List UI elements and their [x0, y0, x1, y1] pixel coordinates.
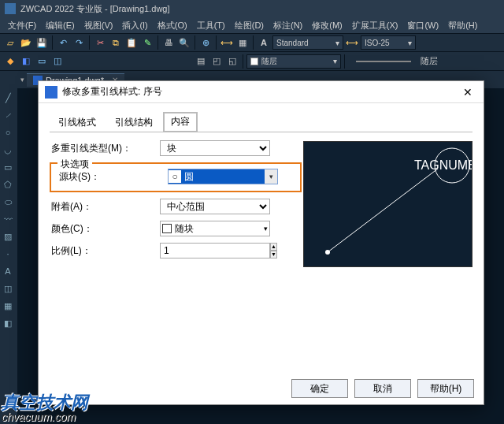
block-icon[interactable]: ◫: [0, 281, 16, 296]
rect-icon[interactable]: ▭: [0, 159, 16, 175]
new-icon[interactable]: ▱: [3, 35, 17, 50]
menu-help[interactable]: 帮助(H): [443, 20, 482, 32]
color-dropdown[interactable]: 随块 ▾: [160, 221, 270, 236]
tab-leader-format[interactable]: 引线格式: [50, 112, 105, 132]
tab-caret-icon[interactable]: ▾: [17, 76, 27, 84]
attach-dropdown[interactable]: 中心范围: [160, 199, 270, 214]
type-dropdown[interactable]: 块: [160, 140, 270, 156]
region-icon[interactable]: ◧: [0, 315, 16, 331]
menu-tools[interactable]: 工具(T): [192, 20, 230, 32]
linetype-preview: [356, 61, 411, 62]
scale-label: 比例(L)：: [50, 244, 160, 258]
block-options-group: 块选项 源块(S)： ○ 圆 ▾: [50, 162, 302, 192]
spin-down-icon[interactable]: ▼: [270, 251, 277, 258]
menu-ext[interactable]: 扩展工具(X): [347, 20, 403, 32]
layer2-icon[interactable]: ◧: [19, 54, 33, 69]
color-icon[interactable]: ▤: [194, 54, 208, 69]
dialog-icon: [45, 86, 57, 99]
color-swatch-icon: [162, 224, 172, 233]
menubar: 文件(F) 编辑(E) 视图(V) 插入(I) 格式(O) 工具(T) 绘图(D…: [0, 17, 504, 33]
source-value: 圆: [181, 170, 265, 184]
mleader-style-dialog: 修改多重引线样式: 序号 ✕ 引线格式 引线结构 内容 多重引线类型(M)： 块…: [38, 80, 484, 405]
menu-file[interactable]: 文件(F): [3, 20, 41, 32]
menu-format[interactable]: 格式(O): [153, 20, 192, 32]
paste-icon[interactable]: 📋: [124, 35, 139, 50]
dialog-titlebar: 修改多重引线样式: 序号 ✕: [39, 81, 484, 103]
undo-icon[interactable]: ↶: [56, 35, 70, 50]
tab-content[interactable]: 内容: [163, 112, 198, 132]
circle-icon[interactable]: ○: [0, 125, 16, 140]
source-label: 源块(S)：: [57, 170, 168, 184]
color-value: 随块: [175, 222, 194, 236]
text-style-dropdown[interactable]: Standard▾: [272, 35, 343, 50]
source-block-dropdown[interactable]: ○ 圆 ▾: [168, 169, 278, 184]
toolbar-layers: ◆ ◧ ▭ ◫ ▤ ◰ ◱ 随层▾ 随层: [0, 52, 504, 71]
print-icon[interactable]: 🖶: [161, 35, 176, 50]
style-a-icon[interactable]: A: [257, 35, 271, 50]
point-icon[interactable]: ·: [0, 246, 16, 262]
menu-insert[interactable]: 插入(I): [117, 20, 152, 32]
pline-icon[interactable]: ⟋: [0, 107, 16, 123]
zoom-icon[interactable]: ⊕: [198, 35, 213, 50]
menu-draw[interactable]: 绘图(D): [230, 20, 269, 32]
scale-spinner[interactable]: ▲ ▼: [160, 243, 270, 258]
ellipse-icon[interactable]: ⬭: [0, 194, 16, 210]
ltype2-icon[interactable]: ◱: [225, 54, 239, 69]
layer4-icon[interactable]: ◫: [50, 54, 65, 69]
save-icon[interactable]: 💾: [35, 35, 49, 50]
preview-pane: TAGNUMBE: [303, 141, 472, 267]
app-icon: [5, 3, 16, 14]
svg-point-1: [325, 250, 330, 255]
content-form: 多重引线类型(M)： 块 块选项 源块(S)： ○ 圆 ▾: [50, 140, 302, 258]
layer-right-label: 随层: [421, 55, 438, 67]
left-toolbar: ╱ ⟋ ○ ◡ ▭ ⬠ ⬭ 〰 ▨ · A ◫ ▦ ◧: [0, 88, 17, 424]
cut-icon[interactable]: ✂: [93, 35, 107, 50]
layer3-icon[interactable]: ▭: [35, 54, 49, 69]
dim-icon[interactable]: ⟷: [220, 35, 234, 50]
dialog-tabs: 引线格式 引线结构 内容: [50, 111, 472, 132]
hatch-icon[interactable]: ▨: [0, 229, 16, 244]
dim-style-icon[interactable]: ⟷: [345, 35, 359, 50]
app-title: ZWCAD 2022 专业版 - [Drawing1.dwg]: [20, 3, 170, 15]
redo-icon[interactable]: ↷: [72, 35, 86, 50]
table2-icon[interactable]: ▦: [0, 298, 16, 314]
toolbar-main: ▱ 📂 💾 ↶ ↷ ✂ ⧉ 📋 ✎ 🖶 🔍 ⊕ ⟷ ▦ A Standard▾ …: [0, 33, 504, 52]
line-icon[interactable]: ╱: [0, 90, 16, 106]
menu-dim[interactable]: 标注(N): [269, 20, 307, 32]
copy-icon[interactable]: ⧉: [109, 35, 123, 50]
text-icon[interactable]: A: [0, 263, 16, 279]
preview-icon[interactable]: 🔍: [177, 35, 191, 50]
cancel-button[interactable]: 取消: [354, 379, 411, 398]
preview-svg: TAGNUMBE: [304, 142, 472, 267]
match-icon[interactable]: ✎: [140, 35, 154, 50]
color-label: 颜色(C)：: [50, 222, 160, 236]
block-group-label: 块选项: [57, 158, 92, 171]
ltype1-icon[interactable]: ◰: [209, 54, 224, 69]
dim-style-dropdown[interactable]: ISO-25▾: [361, 35, 416, 50]
type-label: 多重引线类型(M)：: [50, 142, 160, 155]
circle-glyph-icon: ○: [169, 170, 181, 183]
open-icon[interactable]: 📂: [19, 35, 33, 50]
dialog-close-button[interactable]: ✕: [458, 86, 477, 99]
menu-edit[interactable]: 编辑(E): [41, 20, 80, 32]
poly-icon[interactable]: ⬠: [0, 177, 16, 192]
menu-window[interactable]: 窗口(W): [402, 20, 443, 32]
tab-leader-struct[interactable]: 引线结构: [106, 112, 161, 132]
dialog-title: 修改多重引线样式: 序号: [62, 85, 162, 99]
attach-label: 附着(A)：: [50, 200, 160, 214]
help-button[interactable]: 帮助(H): [417, 379, 474, 398]
preview-tag-text: TAGNUMBE: [414, 158, 472, 172]
arc-icon[interactable]: ◡: [0, 142, 16, 158]
svg-line-0: [328, 169, 438, 252]
menu-modify[interactable]: 修改(M): [307, 20, 347, 32]
scale-input[interactable]: [160, 243, 270, 258]
ok-button[interactable]: 确定: [291, 379, 348, 398]
titlebar: ZWCAD 2022 专业版 - [Drawing1.dwg]: [0, 0, 504, 17]
chevron-down-icon: ▾: [265, 169, 277, 184]
table-icon[interactable]: ▦: [235, 35, 250, 50]
spin-up-icon[interactable]: ▲: [270, 243, 277, 251]
layer-color-dropdown[interactable]: 随层▾: [246, 54, 341, 69]
spline-icon[interactable]: 〰: [0, 211, 16, 227]
menu-view[interactable]: 视图(V): [80, 20, 118, 32]
layer-icon[interactable]: ◆: [3, 54, 17, 69]
